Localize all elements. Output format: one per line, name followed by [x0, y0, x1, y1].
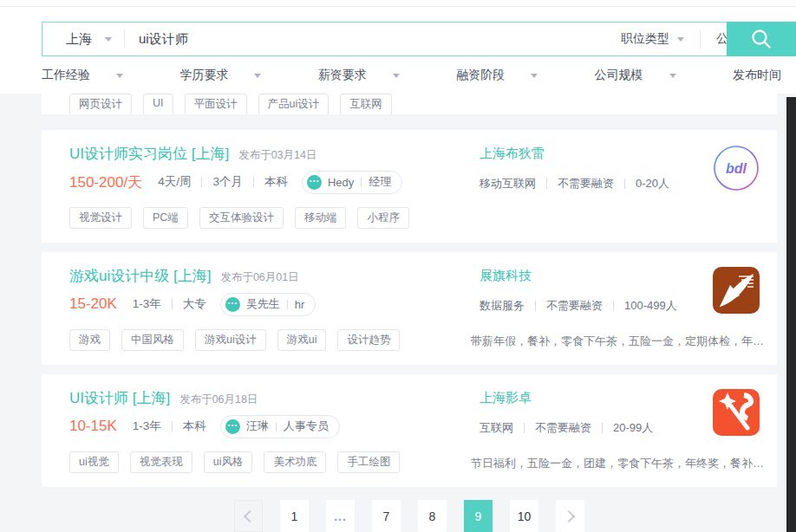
company-industry: 数据服务 — [480, 298, 525, 314]
job-type-dropdown[interactable]: 职位类型 — [605, 31, 700, 47]
job-meta: 1-3年 — [133, 418, 161, 434]
divider — [524, 423, 525, 433]
filter-label: 工作经验 — [42, 68, 90, 83]
company-meta: 互联网 不需要融资 20-99人 — [480, 420, 653, 436]
prev-page-button[interactable] — [234, 500, 263, 532]
salary: 15-20K — [69, 295, 117, 313]
filter-salary[interactable]: 薪资要求 — [318, 68, 400, 83]
chevron-left-icon — [244, 509, 256, 522]
skill-tag: PC端 — [143, 207, 188, 229]
recruiter-name: Hedy — [328, 176, 354, 189]
job-info-row: 150-200/天 4天/周 3个月 本科 Hedy 经理 — [69, 170, 402, 194]
page-button-9-active[interactable]: 9 — [464, 500, 493, 532]
recruiter-chip[interactable]: Hedy 经理 — [302, 171, 402, 194]
recruiter-role: hr — [295, 298, 305, 311]
company-industry: 互联网 — [480, 420, 513, 436]
skill-tag: 美术功底 — [264, 451, 326, 473]
divider — [624, 178, 625, 189]
header-divider — [0, 6, 796, 7]
divider — [172, 421, 173, 431]
page-button-1[interactable]: 1 — [280, 500, 309, 532]
welfare-text: 带薪年假，餐补，零食下午茶，五险一金，定期体检，年… — [471, 334, 796, 349]
company-funding: 不需要融资 — [535, 420, 591, 436]
salary: 10-15K — [69, 418, 117, 435]
skill-tag: 手工绘图 — [337, 451, 400, 473]
next-page-button[interactable] — [556, 500, 584, 532]
posted-date: 发布于03月14日 — [238, 148, 316, 163]
recruiter-chip[interactable]: 汪琳 人事专员 — [220, 415, 340, 438]
filter-publish-time[interactable]: 发布时间 — [733, 68, 781, 83]
divider — [613, 301, 614, 311]
job-title-link[interactable]: UI设计师实习岗位 [上海] — [69, 144, 229, 164]
skill-tag: 游戏ui — [277, 329, 327, 351]
divider — [546, 178, 547, 189]
skill-tag: 中国风格 — [121, 329, 184, 351]
skill-tag: 小程序 — [357, 207, 409, 229]
search-button[interactable] — [727, 22, 796, 56]
job-meta: 本科 — [264, 174, 288, 190]
skill-tag: ui视觉 — [69, 451, 119, 473]
filter-education[interactable]: 学历要求 — [179, 68, 261, 83]
filter-label: 薪资要求 — [318, 68, 367, 83]
company-industry: 移动互联网 — [480, 176, 536, 191]
skill-tag: 视觉设计 — [69, 207, 132, 229]
job-type-label: 职位类型 — [621, 31, 669, 47]
skill-tag: 网页设计 — [69, 94, 132, 114]
job-info-row: 10-15K 1-3年 本科 汪琳 人事专员 — [69, 414, 340, 438]
company-logo-zhanqi — [713, 267, 760, 314]
filter-company-size[interactable]: 公司规模 — [595, 68, 676, 83]
job-card-clipped: 网页设计 UI 平面设计 产品ui设计 互联网 — [42, 94, 777, 114]
chevron-down-icon — [669, 74, 676, 78]
title-row: UI设计师 [上海] 发布于06月18日 — [69, 388, 258, 408]
city-select-value: 上海 — [66, 31, 92, 48]
page-button-7[interactable]: 7 — [372, 500, 401, 532]
company-name-link[interactable]: 上海影卓 — [480, 390, 532, 406]
skill-tag: UI — [143, 94, 173, 114]
search-header: 上海 职位类型 公司行业 工作经验 — [0, 0, 796, 94]
filter-label: 公司规模 — [595, 68, 643, 83]
page-button-10[interactable]: 10 — [510, 500, 538, 532]
divider — [276, 422, 277, 431]
chat-bubble-icon — [307, 175, 322, 190]
search-icon — [749, 27, 773, 51]
page-button-8[interactable]: 8 — [418, 500, 447, 532]
city-select[interactable]: 上海 — [42, 31, 124, 48]
divider — [287, 300, 288, 309]
job-title-link[interactable]: 游戏ui设计中级 [上海] — [69, 266, 211, 286]
title-row: UI设计师实习岗位 [上海] 发布于03月14日 — [69, 144, 316, 164]
title-row: 游戏ui设计中级 [上海] 发布于06月01日 — [69, 266, 299, 286]
filter-experience[interactable]: 工作经验 — [42, 68, 123, 83]
filter-funding[interactable]: 融资阶段 — [456, 68, 538, 83]
tags-row: 网页设计 UI 平面设计 产品ui设计 互联网 — [69, 94, 392, 114]
recruiter-chip[interactable]: 吴先生 hr — [220, 293, 316, 316]
chevron-down-icon — [105, 37, 112, 42]
chevron-down-icon — [677, 37, 684, 42]
job-meta: 4天/周 — [158, 174, 191, 190]
vertical-scrollbar[interactable] — [786, 97, 796, 532]
job-meta: 1-3年 — [133, 296, 161, 312]
tags-row: 视觉设计 PC端 交互体验设计 移动端 小程序 — [69, 207, 409, 229]
company-name-link[interactable]: 上海布狄雷 — [480, 146, 545, 162]
company-size: 100-499人 — [624, 298, 677, 314]
skill-tag: 游戏ui设计 — [195, 329, 266, 351]
filter-label: 融资阶段 — [456, 68, 505, 83]
chevron-down-icon — [116, 74, 123, 78]
skill-tag: 设计趋势 — [337, 329, 400, 351]
job-card: 游戏ui设计中级 [上海] 发布于06月01日 15-20K 1-3年 大专 吴… — [42, 252, 777, 365]
job-title-link[interactable]: UI设计师 [上海] — [69, 388, 170, 408]
skill-tag: 平面设计 — [185, 94, 247, 114]
recruiter-name: 汪琳 — [246, 418, 269, 434]
filter-label: 发布时间 — [733, 68, 781, 83]
skill-tag: 移动端 — [295, 207, 347, 229]
salary: 150-200/天 — [69, 172, 142, 192]
pagination-ellipsis[interactable]: ... — [326, 500, 355, 532]
search-input[interactable] — [125, 32, 605, 47]
tags-row: 游戏 中国风格 游戏ui设计 游戏ui 设计趋势 — [69, 329, 400, 351]
recruiter-name: 吴先生 — [246, 296, 280, 312]
skill-tag: 互联网 — [340, 94, 392, 114]
job-search-page: 上海 职位类型 公司行业 工作经验 — [0, 0, 796, 532]
recruiter-role: 经理 — [369, 174, 391, 190]
company-name-link[interactable]: 展旗科技 — [480, 268, 532, 284]
chevron-down-icon — [254, 74, 261, 78]
filter-label: 学历要求 — [179, 68, 228, 83]
